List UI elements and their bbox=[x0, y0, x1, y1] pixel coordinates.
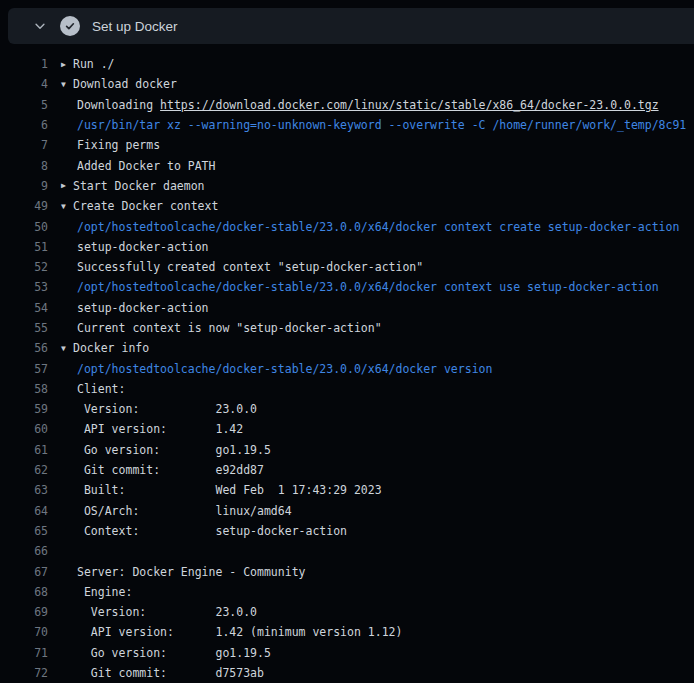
log-text: OS/Arch: linux/amd64 bbox=[77, 504, 292, 518]
log-row: 51setup-docker-action bbox=[0, 237, 694, 257]
group-title: Docker info bbox=[73, 341, 149, 355]
log-command: /opt/hostedtoolcache/docker-stable/23.0.… bbox=[77, 280, 659, 294]
line-number[interactable]: 5 bbox=[0, 98, 48, 112]
log-row: 8Added Docker to PATH bbox=[0, 155, 694, 175]
log-text: Go version: go1.19.5 bbox=[77, 443, 271, 457]
log-row: 65 Context: setup-docker-action bbox=[0, 521, 694, 541]
chevron-down-icon[interactable] bbox=[32, 18, 48, 34]
log-text: API version: 1.42 bbox=[77, 422, 243, 436]
log-text: Version: 23.0.0 bbox=[77, 402, 257, 416]
line-number[interactable]: 8 bbox=[0, 159, 48, 173]
line-number[interactable]: 9 bbox=[0, 179, 48, 193]
log-group-toggle[interactable]: ▶Start Docker daemon bbox=[61, 179, 205, 193]
log-row: 59 Version: 23.0.0 bbox=[0, 399, 694, 419]
line-number[interactable]: 50 bbox=[0, 220, 48, 234]
log-row: 71 Go version: go1.19.5 bbox=[0, 643, 694, 663]
log-row: 57/opt/hostedtoolcache/docker-stable/23.… bbox=[0, 358, 694, 378]
triangle-down-icon[interactable]: ▼ bbox=[61, 80, 73, 89]
line-number[interactable]: 62 bbox=[0, 463, 48, 477]
line-number[interactable]: 57 bbox=[0, 362, 48, 376]
log-command: /usr/bin/tar xz --warning=no-unknown-key… bbox=[77, 118, 686, 132]
log-row: 72 Git commit: d7573ab bbox=[0, 663, 694, 683]
log-group-toggle[interactable]: ▼Create Docker context bbox=[61, 199, 218, 213]
log-text: Engine: bbox=[77, 585, 132, 599]
log-group-toggle[interactable]: ▶Run ./ bbox=[61, 57, 115, 71]
log-row: 52Successfully created context "setup-do… bbox=[0, 257, 694, 277]
log-row: 7Fixing perms bbox=[0, 135, 694, 155]
line-number[interactable]: 70 bbox=[0, 625, 48, 639]
workflow-log-viewer: Set up Docker 1▶Run ./4▼Download docker5… bbox=[0, 8, 694, 683]
log-row: 64 OS/Arch: linux/amd64 bbox=[0, 501, 694, 521]
log-row: 5Downloading https://download.docker.com… bbox=[0, 95, 694, 115]
log-lines: 1▶Run ./4▼Download docker5Downloading ht… bbox=[0, 44, 694, 683]
log-row: 62 Git commit: e92dd87 bbox=[0, 460, 694, 480]
log-group-toggle[interactable]: ▼Docker info bbox=[61, 341, 149, 355]
log-text-segment: Downloading bbox=[77, 98, 160, 112]
line-number[interactable]: 6 bbox=[0, 118, 48, 132]
log-row: 67Server: Docker Engine - Community bbox=[0, 561, 694, 581]
group-title: Start Docker daemon bbox=[73, 179, 205, 193]
log-row: 49▼Create Docker context bbox=[0, 196, 694, 216]
log-group-toggle[interactable]: ▼Download docker bbox=[61, 77, 177, 91]
triangle-down-icon[interactable]: ▼ bbox=[61, 202, 73, 211]
group-title: Run ./ bbox=[73, 57, 115, 71]
line-number[interactable]: 67 bbox=[0, 565, 48, 579]
line-number[interactable]: 1 bbox=[0, 57, 48, 71]
log-text: setup-docker-action bbox=[77, 301, 209, 315]
line-number[interactable]: 63 bbox=[0, 483, 48, 497]
line-number[interactable]: 66 bbox=[0, 544, 48, 558]
log-command: /opt/hostedtoolcache/docker-stable/23.0.… bbox=[77, 220, 679, 234]
line-number[interactable]: 69 bbox=[0, 605, 48, 619]
log-row: 4▼Download docker bbox=[0, 74, 694, 94]
line-number[interactable]: 55 bbox=[0, 321, 48, 335]
line-number[interactable]: 54 bbox=[0, 301, 48, 315]
line-number[interactable]: 65 bbox=[0, 524, 48, 538]
line-number[interactable]: 49 bbox=[0, 199, 48, 213]
group-title: Download docker bbox=[73, 77, 177, 91]
line-number[interactable]: 58 bbox=[0, 382, 48, 396]
triangle-down-icon[interactable]: ▼ bbox=[61, 344, 73, 353]
line-number[interactable]: 7 bbox=[0, 138, 48, 152]
line-number[interactable]: 60 bbox=[0, 422, 48, 436]
log-row: 54setup-docker-action bbox=[0, 298, 694, 318]
line-number[interactable]: 59 bbox=[0, 402, 48, 416]
log-row: 6/usr/bin/tar xz --warning=no-unknown-ke… bbox=[0, 115, 694, 135]
log-row: 66 bbox=[0, 541, 694, 561]
log-row: 61 Go version: go1.19.5 bbox=[0, 440, 694, 460]
log-text: Current context is now "setup-docker-act… bbox=[77, 321, 382, 335]
line-number[interactable]: 61 bbox=[0, 443, 48, 457]
log-row: 53/opt/hostedtoolcache/docker-stable/23.… bbox=[0, 277, 694, 297]
log-command: /opt/hostedtoolcache/docker-stable/23.0.… bbox=[77, 362, 492, 376]
log-row: 55Current context is now "setup-docker-a… bbox=[0, 318, 694, 338]
log-row: 56▼Docker info bbox=[0, 338, 694, 358]
log-row: 58Client: bbox=[0, 379, 694, 399]
line-number[interactable]: 51 bbox=[0, 240, 48, 254]
log-text: Built: Wed Feb 1 17:43:29 2023 bbox=[77, 483, 382, 497]
log-text: Successfully created context "setup-dock… bbox=[77, 260, 423, 274]
log-row: 68 Engine: bbox=[0, 582, 694, 602]
log-text: Fixing perms bbox=[77, 138, 160, 152]
log-row: 60 API version: 1.42 bbox=[0, 419, 694, 439]
line-number[interactable]: 56 bbox=[0, 341, 48, 355]
line-number[interactable]: 53 bbox=[0, 280, 48, 294]
triangle-right-icon[interactable]: ▶ bbox=[61, 181, 73, 190]
log-text: Added Docker to PATH bbox=[77, 159, 215, 173]
log-text: setup-docker-action bbox=[77, 240, 209, 254]
check-circle-icon bbox=[60, 16, 80, 36]
line-number[interactable]: 52 bbox=[0, 260, 48, 274]
log-row: 9▶Start Docker daemon bbox=[0, 176, 694, 196]
log-text: Git commit: d7573ab bbox=[77, 666, 264, 680]
log-text: Version: 23.0.0 bbox=[77, 605, 257, 619]
log-row: 69 Version: 23.0.0 bbox=[0, 602, 694, 622]
log-row: 50/opt/hostedtoolcache/docker-stable/23.… bbox=[0, 216, 694, 236]
log-text: Server: Docker Engine - Community bbox=[77, 565, 305, 579]
line-number[interactable]: 68 bbox=[0, 585, 48, 599]
triangle-right-icon[interactable]: ▶ bbox=[61, 60, 73, 69]
line-number[interactable]: 71 bbox=[0, 646, 48, 660]
line-number[interactable]: 64 bbox=[0, 504, 48, 518]
log-text: Git commit: e92dd87 bbox=[77, 463, 264, 477]
line-number[interactable]: 4 bbox=[0, 77, 48, 91]
step-header[interactable]: Set up Docker bbox=[8, 8, 694, 44]
line-number[interactable]: 72 bbox=[0, 666, 48, 680]
log-link[interactable]: https://download.docker.com/linux/static… bbox=[160, 98, 659, 112]
